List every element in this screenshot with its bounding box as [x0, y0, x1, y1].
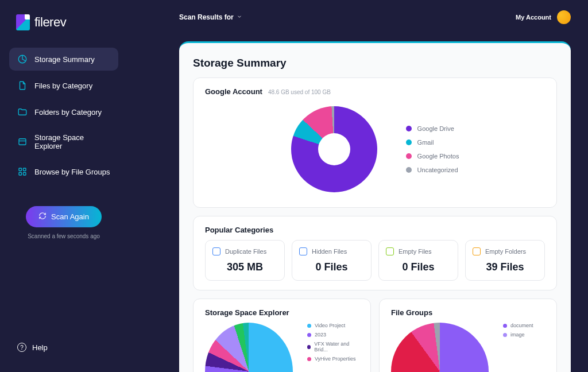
sidebar-item-label: Folders by Category — [34, 108, 102, 117]
chevron-down-icon — [237, 13, 242, 21]
legend-dot — [307, 324, 311, 328]
groups-pie-chart — [391, 323, 489, 372]
legend-label: Video Project — [315, 323, 345, 328]
svg-rect-1 — [19, 139, 26, 145]
google-account-card: Google Account 48.6 GB used of 100 GB Go… — [193, 78, 557, 208]
logo-text: filerev — [34, 15, 66, 30]
account-legend: Google DriveGmailGoogle PhotosUncategori… — [406, 125, 459, 173]
logo[interactable]: filerev — [9, 14, 118, 30]
sidebar-item-label: Files by Category — [34, 82, 92, 90]
legend-label: Uncategorized — [417, 166, 458, 173]
sidebar-item-label: Storage Summary — [34, 55, 95, 64]
legend-item: document — [503, 323, 533, 328]
legend-label: 2023 — [315, 332, 326, 338]
sidebar-item-storage-space-explorer[interactable]: Storage Space Explorer — [9, 127, 118, 157]
legend-dot — [406, 167, 412, 173]
sidebar: filerev Storage Summary Files by Categor… — [0, 0, 127, 372]
category-card[interactable]: Empty Files0 Files — [378, 240, 458, 281]
legend-dot — [503, 333, 507, 337]
legend-item: 2023 — [307, 332, 359, 338]
scan-results-label: Scan Results for — [179, 13, 234, 21]
scan-button-label: Scan Again — [51, 212, 89, 221]
legend-item: Video Project — [307, 323, 359, 328]
category-icon — [473, 247, 481, 255]
category-card[interactable]: Empty Folders39 Files — [465, 240, 545, 281]
category-label: Empty Folders — [485, 248, 526, 255]
explorer-title: Storage Space Explorer — [205, 308, 359, 317]
scan-again-button[interactable]: Scan Again — [26, 206, 102, 227]
category-card[interactable]: Hidden Files0 Files — [292, 240, 372, 281]
category-value: 0 Files — [386, 261, 451, 273]
legend-label: VyHive Properties — [315, 356, 356, 362]
legend-dot — [307, 333, 311, 337]
legend-item: image — [503, 332, 533, 338]
folder-icon — [17, 107, 28, 117]
popular-categories-card: Popular Categories Duplicate Files305 MB… — [193, 216, 557, 290]
main: Scan Results for My Account Storage Summ… — [127, 0, 588, 372]
pie-chart-icon — [17, 54, 28, 64]
legend-dot — [307, 345, 311, 349]
groups-title: File Groups — [391, 308, 545, 317]
sidebar-item-label: Browse by File Groups — [34, 168, 110, 176]
legend-dot — [307, 357, 311, 361]
sidebar-item-browse-file-groups[interactable]: Browse by File Groups — [9, 160, 118, 183]
category-value: 39 Files — [473, 261, 537, 273]
scan-info: Scanned a few seconds ago — [28, 233, 100, 239]
account-donut-chart — [291, 106, 377, 192]
sidebar-item-folders-by-category[interactable]: Folders by Category — [9, 100, 118, 123]
legend-dot — [406, 126, 412, 131]
legend-item: VFX Water and Brid... — [307, 341, 359, 352]
category-value: 305 MB — [212, 261, 277, 273]
legend-label: document — [510, 323, 533, 328]
legend-item: Google Photos — [406, 153, 459, 160]
logo-icon — [16, 14, 30, 30]
svg-rect-4 — [19, 173, 22, 176]
svg-rect-2 — [19, 168, 22, 171]
refresh-icon — [38, 212, 47, 222]
explorer-pie-chart — [205, 323, 293, 372]
page-title: Storage Summary — [193, 57, 557, 69]
category-icon — [299, 247, 307, 255]
category-icon — [386, 247, 394, 255]
sidebar-item-files-by-category[interactable]: Files by Category — [9, 74, 118, 97]
avatar[interactable] — [557, 10, 571, 24]
scan-results-dropdown[interactable]: Scan Results for — [179, 13, 242, 21]
legend-dot — [503, 324, 507, 328]
explorer-legend: Video Project2023VFX Water and Brid...Vy… — [307, 323, 359, 362]
svg-rect-3 — [24, 168, 26, 171]
scan-section: Scan Again Scanned a few seconds ago — [9, 206, 118, 239]
category-icon — [212, 247, 220, 255]
database-icon — [17, 137, 28, 147]
category-grid: Duplicate Files305 MBHidden Files0 Files… — [205, 240, 545, 281]
legend-label: Google Drive — [417, 125, 454, 132]
svg-rect-5 — [24, 173, 26, 176]
help-link[interactable]: ? Help — [9, 337, 118, 358]
legend-dot — [406, 153, 412, 159]
sidebar-item-label: Storage Space Explorer — [34, 133, 110, 150]
legend-label: Gmail — [417, 139, 434, 146]
sidebar-item-storage-summary[interactable]: Storage Summary — [9, 48, 118, 71]
category-label: Empty Files — [399, 248, 431, 255]
category-value: 0 Files — [299, 261, 364, 273]
legend-label: image — [510, 332, 525, 338]
file-groups-card: File Groups documentimage — [379, 299, 557, 372]
category-card[interactable]: Duplicate Files305 MB — [205, 240, 285, 281]
nav: Storage Summary Files by Category Folder… — [9, 48, 118, 183]
category-label: Hidden Files — [312, 248, 347, 255]
grid-icon — [17, 166, 28, 177]
help-label: Help — [32, 343, 48, 352]
help-icon: ? — [17, 343, 26, 352]
popular-title: Popular Categories — [205, 226, 545, 234]
legend-dot — [406, 140, 412, 145]
account-card-title: Google Account — [205, 87, 262, 96]
groups-legend: documentimage — [503, 323, 533, 338]
legend-item: Gmail — [406, 139, 459, 146]
legend-label: Google Photos — [417, 153, 459, 160]
content: Storage Summary Google Account 48.6 GB u… — [179, 41, 571, 372]
storage-explorer-card: Storage Space Explorer Video Project2023… — [193, 299, 371, 372]
legend-item: Google Drive — [406, 125, 459, 132]
legend-item: Uncategorized — [406, 166, 459, 173]
legend-label: VFX Water and Brid... — [314, 341, 359, 352]
my-account-link[interactable]: My Account — [516, 14, 551, 21]
account-card-sub: 48.6 GB used of 100 GB — [268, 89, 331, 95]
